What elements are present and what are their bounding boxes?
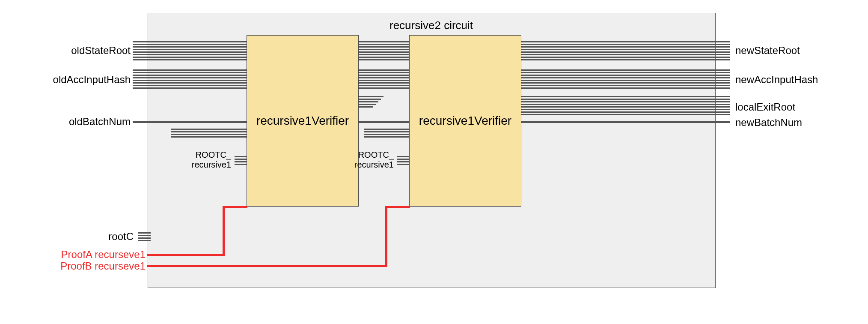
bus-newaccinputhash-line bbox=[520, 85, 730, 86]
verifier-right: recursive1Verifier bbox=[409, 35, 521, 207]
wire-proofa-v bbox=[223, 206, 225, 256]
bus-newstateroot-line bbox=[520, 44, 730, 45]
wire-proofa-h2 bbox=[223, 206, 247, 208]
bus-mid-stateroot bbox=[358, 51, 409, 53]
bus-oldstateroot-line bbox=[133, 49, 247, 50]
bus-localexitroot-line bbox=[520, 111, 730, 113]
bus-mid-stateroot bbox=[358, 46, 409, 48]
bus-mid-accinputhash bbox=[358, 82, 409, 84]
bus-mid-stateroot bbox=[358, 41, 409, 42]
label-oldbatchnum: oldBatchNum bbox=[62, 116, 131, 128]
bus-oldstateroot-line bbox=[133, 41, 247, 42]
bus-mid-accinputhash bbox=[358, 87, 409, 89]
bus-localexitroot-line bbox=[520, 104, 730, 105]
verifier-left: recursive1Verifier bbox=[247, 35, 359, 207]
bus-localexitroot-line bbox=[520, 114, 730, 115]
label-proofa: ProofA recurseve1 bbox=[56, 249, 146, 261]
bus-newaccinputhash-line bbox=[520, 82, 730, 84]
circuit-title: recursive2 circuit bbox=[148, 19, 715, 32]
label-newaccinputhash: newAccInputHash bbox=[735, 74, 818, 86]
stub-bus-left bbox=[171, 131, 247, 132]
bus-oldaccinputhash-line bbox=[133, 82, 247, 84]
label-localexitroot: localExitRoot bbox=[735, 101, 795, 113]
stub-rootc-right bbox=[397, 161, 409, 162]
bus-oldaccinputhash-line bbox=[133, 72, 247, 73]
stub-bus-left bbox=[171, 136, 247, 138]
label-oldstateroot: oldStateRoot bbox=[66, 45, 131, 57]
bus-newstateroot-line bbox=[520, 59, 730, 60]
bus-newaccinputhash-line bbox=[520, 87, 730, 89]
bus-oldstateroot-line bbox=[133, 57, 247, 58]
bus-mid-exitroot-stub bbox=[358, 96, 383, 97]
verifier-right-label: recursive1Verifier bbox=[419, 114, 511, 128]
wire-oldbatchnum bbox=[133, 121, 247, 123]
stub-bus-left bbox=[171, 129, 247, 130]
bus-oldaccinputhash-line bbox=[133, 85, 247, 86]
bus-localexitroot-line bbox=[520, 109, 730, 110]
label-rootc: rootC bbox=[103, 231, 134, 243]
stub-bus-right bbox=[364, 131, 409, 132]
stub-rootc-left bbox=[235, 161, 247, 162]
stub-bus-right bbox=[364, 129, 409, 130]
bus-mid-accinputhash bbox=[358, 69, 409, 71]
label-newstateroot: newStateRoot bbox=[735, 45, 800, 57]
bus-oldaccinputhash-line bbox=[133, 77, 247, 78]
label-newbatchnum: newBatchNum bbox=[735, 117, 802, 129]
stub-rootc-left bbox=[235, 164, 247, 165]
stub-bus-right bbox=[364, 134, 409, 135]
wire-proofa-h bbox=[147, 254, 225, 256]
bus-mid-accinputhash bbox=[358, 85, 409, 86]
bus-mid-accinputhash bbox=[358, 75, 409, 76]
bus-mid-exitroot-stub bbox=[358, 104, 376, 105]
bus-newstateroot-line bbox=[520, 41, 730, 42]
wire-newbatchnum bbox=[520, 121, 730, 123]
stub-rootc-frame bbox=[138, 235, 151, 236]
wire-proofb-h bbox=[147, 265, 387, 267]
bus-oldaccinputhash-line bbox=[133, 75, 247, 76]
bus-mid-accinputhash bbox=[358, 72, 409, 73]
bus-localexitroot-line bbox=[520, 101, 730, 102]
stub-rootc-left bbox=[235, 156, 247, 157]
bus-newaccinputhash-line bbox=[520, 77, 730, 78]
bus-newstateroot-line bbox=[520, 46, 730, 48]
stub-rootc-frame bbox=[138, 240, 151, 241]
label-rootc-rec1-left: ROOTC_ recursive1 bbox=[188, 150, 231, 170]
verifier-left-label: recursive1Verifier bbox=[256, 114, 349, 128]
diagram-canvas: { "title": "recursive2 circuit", "verifi… bbox=[0, 0, 868, 324]
wire-mid-batchnum bbox=[358, 121, 409, 123]
bus-newaccinputhash-line bbox=[520, 75, 730, 76]
bus-mid-stateroot bbox=[358, 54, 409, 55]
bus-mid-stateroot bbox=[358, 57, 409, 58]
bus-oldaccinputhash-line bbox=[133, 87, 247, 89]
bus-newaccinputhash-line bbox=[520, 80, 730, 81]
bus-oldstateroot-line bbox=[133, 46, 247, 48]
stub-rootc-right bbox=[397, 159, 409, 160]
stub-rootc-right bbox=[397, 164, 409, 165]
wire-proofb-v bbox=[385, 206, 387, 267]
bus-oldaccinputhash-line bbox=[133, 80, 247, 81]
bus-mid-accinputhash bbox=[358, 77, 409, 78]
bus-localexitroot-line bbox=[520, 106, 730, 108]
label-rootc-rec1-right: ROOTC_ recursive1 bbox=[351, 150, 394, 170]
stub-bus-right bbox=[364, 136, 409, 138]
bus-oldstateroot-line bbox=[133, 51, 247, 53]
stub-rootc-frame bbox=[138, 232, 151, 234]
bus-localexitroot-line bbox=[520, 99, 730, 100]
stub-rootc-right bbox=[397, 156, 409, 157]
bus-mid-exitroot-stub bbox=[358, 106, 373, 108]
bus-mid-stateroot bbox=[358, 49, 409, 50]
bus-newstateroot-line bbox=[520, 54, 730, 55]
bus-newstateroot-line bbox=[520, 51, 730, 53]
bus-mid-exitroot-stub bbox=[358, 101, 378, 102]
bus-oldaccinputhash-line bbox=[133, 69, 247, 71]
bus-oldstateroot-line bbox=[133, 54, 247, 55]
bus-localexitroot-line bbox=[520, 96, 730, 97]
wire-proofb-h2 bbox=[385, 206, 410, 208]
bus-mid-exitroot-stub bbox=[358, 99, 381, 100]
label-oldaccinputhash: oldAccInputHash bbox=[47, 74, 131, 86]
bus-newaccinputhash-line bbox=[520, 72, 730, 73]
stub-rootc-frame bbox=[138, 237, 151, 239]
bus-oldstateroot-line bbox=[133, 59, 247, 60]
bus-mid-accinputhash bbox=[358, 80, 409, 81]
bus-newstateroot-line bbox=[520, 57, 730, 58]
